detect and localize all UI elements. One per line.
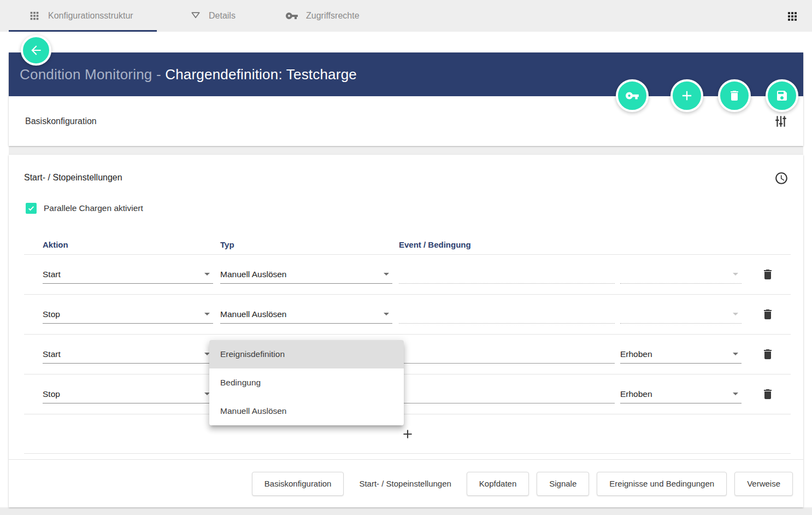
event-field[interactable] xyxy=(399,385,615,403)
chevron-down-icon xyxy=(733,313,738,318)
add-row-button[interactable] xyxy=(401,427,415,441)
aktion-value: Start xyxy=(43,349,61,359)
chevron-down-icon xyxy=(204,313,210,318)
chevron-down-icon xyxy=(733,393,738,398)
delete-row-button[interactable] xyxy=(761,388,774,401)
typ-dropdown-menu: Ereignisdefinition Bedingung Manuell Aus… xyxy=(209,340,404,425)
delete-button[interactable] xyxy=(718,79,751,112)
chevron-down-icon xyxy=(204,273,210,278)
arrow-left-icon xyxy=(29,43,43,57)
typ-value: Manuell Auslösen xyxy=(220,270,287,279)
status-select[interactable]: Erhoben xyxy=(620,385,742,403)
delete-row-button[interactable] xyxy=(761,348,774,361)
table-row: Start Erhoben xyxy=(24,335,791,374)
tab-label: Konfigurationsstruktur xyxy=(48,11,133,21)
nav-start-stopeinstellungen-current[interactable]: Start- / Stopeinstellungen xyxy=(351,472,458,496)
aktion-select[interactable]: Start xyxy=(43,265,213,284)
table-header-row: Aktion Typ Event / Bedingung xyxy=(24,231,791,255)
filter-icon xyxy=(190,10,201,21)
card-gap xyxy=(9,146,803,155)
status-select[interactable]: Erhoben xyxy=(620,345,742,364)
grid-icon xyxy=(28,10,40,22)
checkbox-checked-icon[interactable] xyxy=(26,203,37,214)
save-button[interactable] xyxy=(766,79,798,112)
aktion-value: Start xyxy=(43,270,61,279)
section-nav: Basiskonfiguration Start- / Stopeinstell… xyxy=(9,459,803,507)
tab-konfigurationsstruktur[interactable]: Konfigurationsstruktur xyxy=(28,0,133,32)
plus-icon xyxy=(679,88,695,103)
column-header-typ: Typ xyxy=(220,240,392,249)
nav-ereignisse-und-bedingungen-button[interactable]: Ereignisse und Bedingungen xyxy=(597,472,727,496)
page-bottom-gap xyxy=(0,507,812,515)
delete-row-button[interactable] xyxy=(761,308,774,321)
chevron-down-icon xyxy=(733,273,738,278)
key-icon xyxy=(285,9,298,22)
status-select[interactable] xyxy=(620,265,742,284)
start-stop-settings-card: Start- / Stopeinstellungen Parallele Cha… xyxy=(9,155,803,507)
chevron-down-icon xyxy=(733,353,738,358)
menu-item-ereignisdefinition[interactable]: Ereignisdefinition xyxy=(209,340,404,368)
subsection-label: Basiskonfiguration xyxy=(25,116,97,126)
event-field[interactable] xyxy=(399,265,615,284)
menu-item-manuell-ausloesen[interactable]: Manuell Auslösen xyxy=(209,397,404,425)
permissions-button[interactable] xyxy=(616,79,649,112)
chevron-down-icon xyxy=(384,313,389,318)
nav-signale-button[interactable]: Signale xyxy=(537,472,589,496)
checkbox-label: Parallele Chargen aktiviert xyxy=(44,203,143,213)
column-header-event: Event / Bedingung xyxy=(399,240,615,249)
aktion-value: Stop xyxy=(43,309,60,319)
status-value: Erhoben xyxy=(620,389,652,399)
table-row: Stop Manuell Auslösen xyxy=(24,295,791,335)
add-button[interactable] xyxy=(670,79,703,112)
delete-row-button[interactable] xyxy=(761,268,774,281)
typ-value: Manuell Auslösen xyxy=(220,309,287,319)
panel-title: Start- / Stopeinstellungen xyxy=(24,173,122,183)
typ-select[interactable]: Manuell Auslösen xyxy=(220,265,392,284)
nav-kopfdaten-button[interactable]: Kopfdaten xyxy=(467,472,529,496)
top-tab-bar: Konfigurationsstruktur Details Zugriffsr… xyxy=(0,0,812,32)
page-title-name: Chargendefinition: Testcharge xyxy=(165,66,357,83)
table-row: Start Manuell Auslösen xyxy=(24,255,791,295)
active-tab-indicator xyxy=(9,30,157,32)
event-field[interactable] xyxy=(399,305,615,324)
nav-basiskonfiguration-button[interactable]: Basiskonfiguration xyxy=(252,472,344,496)
key-icon xyxy=(625,89,639,103)
page-title-prefix: Condition Monitoring - xyxy=(20,66,165,83)
tab-details[interactable]: Details xyxy=(190,0,236,32)
apps-grid-icon[interactable] xyxy=(786,10,799,23)
start-stop-table: Aktion Typ Event / Bedingung Start Manue… xyxy=(24,231,791,454)
app-root: { "topbar": { "tabs": [ { "label": "Konf… xyxy=(0,0,812,515)
chevron-down-icon xyxy=(384,273,389,278)
column-header-aktion: Aktion xyxy=(43,240,213,249)
aktion-select[interactable]: Stop xyxy=(43,305,213,324)
aktion-select[interactable]: Start xyxy=(43,345,213,364)
tune-sliders-icon[interactable] xyxy=(774,114,788,128)
trash-icon xyxy=(728,89,741,102)
nav-verweise-button[interactable]: Verweise xyxy=(734,472,793,496)
tab-zugriffsrechte[interactable]: Zugriffsrechte xyxy=(285,0,360,32)
status-select[interactable] xyxy=(620,305,742,324)
back-button[interactable] xyxy=(21,35,51,66)
add-row-container xyxy=(24,414,791,454)
menu-item-bedingung[interactable]: Bedingung xyxy=(209,368,404,397)
tab-label: Zugriffsrechte xyxy=(306,11,360,21)
event-field[interactable] xyxy=(399,345,615,364)
table-row: Stop Erhoben xyxy=(24,374,791,414)
clock-icon[interactable] xyxy=(774,171,789,185)
parallel-charges-toggle[interactable]: Parallele Chargen aktiviert xyxy=(26,203,143,214)
save-icon xyxy=(775,89,789,102)
aktion-select[interactable]: Stop xyxy=(43,385,213,403)
tab-label: Details xyxy=(209,11,236,21)
status-value: Erhoben xyxy=(620,349,652,359)
typ-select[interactable]: Manuell Auslösen xyxy=(220,305,392,324)
aktion-value: Stop xyxy=(43,389,60,399)
